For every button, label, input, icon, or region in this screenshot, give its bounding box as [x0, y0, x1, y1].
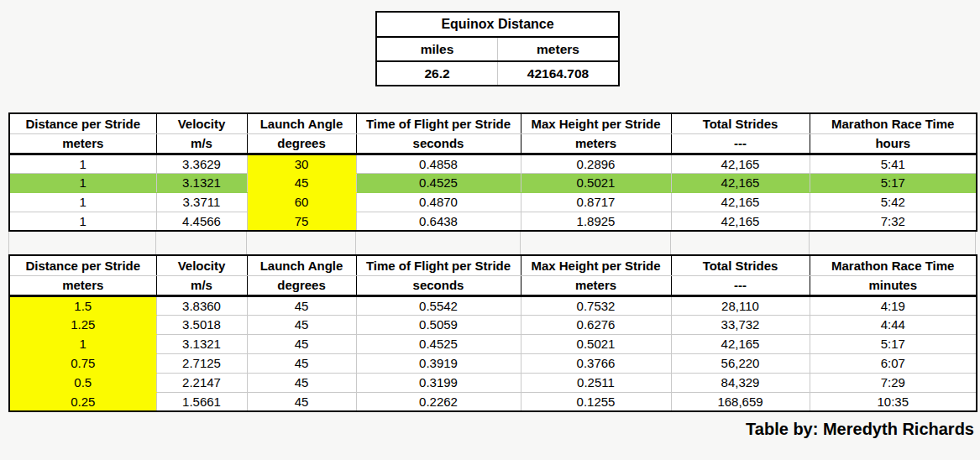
data-cell-highlight-green: 0.5021: [521, 173, 671, 192]
data-cell-highlight-yellow: 0.25: [9, 392, 156, 411]
header-cell: Time of Flight per Stride: [356, 113, 521, 133]
data-cell: 0.7532: [521, 295, 671, 315]
header-cell: Velocity: [156, 113, 247, 133]
header-cell: Velocity: [156, 255, 247, 275]
data-cell: 2.7125: [156, 353, 247, 373]
data-cell-highlight-green: 1: [9, 173, 156, 192]
table-row: 1 3.3629 30 0.4858 0.2896 42,165 5:41: [9, 154, 977, 173]
data-cell: 4:44: [810, 315, 977, 334]
data-cell: 42,165: [671, 212, 810, 231]
unit-cell: ---: [671, 133, 810, 154]
unit-cell: meters: [9, 275, 156, 295]
equinox-value-meters: 42164.708: [498, 61, 620, 86]
data-cell: 1: [9, 212, 156, 231]
header-cell: Time of Flight per Stride: [356, 255, 521, 275]
data-cell: 0.8717: [521, 192, 671, 212]
data-cell: 33,732: [671, 315, 810, 334]
data-cell: 0.2896: [521, 154, 671, 173]
data-cell: 0.2511: [521, 373, 671, 392]
equinox-value-miles: 26.2: [376, 61, 498, 86]
data-cell: 45: [247, 373, 356, 392]
data-cell-highlight-yellow: 1.25: [9, 315, 156, 334]
header-cell: Distance per Stride: [9, 113, 156, 133]
data-cell: 1: [9, 192, 156, 212]
table-row: 1 4.4566 75 0.6438 1.8925 42,165 7:32: [9, 212, 977, 231]
launch-angle-comparison-table: Distance per Stride Velocity Launch Angl…: [8, 112, 977, 232]
table-row: 0.25 1.5661 45 0.2262 0.1255 168,659 10:…: [9, 392, 977, 411]
data-cell: 4.4566: [156, 212, 247, 231]
unit-cell: degrees: [247, 275, 356, 295]
data-cell: 0.3766: [521, 353, 671, 373]
header-cell: Total Strides: [671, 255, 810, 275]
unit-cell: degrees: [247, 133, 356, 154]
equinox-header-miles: miles: [376, 37, 498, 61]
header-cell: Max Height per Stride: [521, 113, 671, 133]
table-row: 1 3.3711 60 0.4870 0.8717 42,165 5:42: [9, 192, 977, 212]
data-cell: 0.5542: [356, 295, 521, 315]
data-cell: 28,110: [671, 295, 810, 315]
header-row: Distance per Stride Velocity Launch Angl…: [9, 255, 977, 275]
data-cell: 10:35: [810, 392, 977, 411]
data-cell: 168,659: [671, 392, 810, 411]
unit-cell: m/s: [156, 133, 247, 154]
data-cell: 6:07: [810, 353, 977, 373]
data-cell-highlight-yellow: 1: [9, 334, 156, 353]
unit-cell: hours: [810, 133, 977, 154]
units-row: meters m/s degrees seconds meters --- mi…: [9, 275, 977, 295]
data-cell: 84,329: [671, 373, 810, 392]
unit-cell: ---: [671, 275, 810, 295]
data-cell: 0.1255: [521, 392, 671, 411]
header-cell: Max Height per Stride: [521, 255, 671, 275]
data-cell-highlight-yellow: 60: [247, 192, 356, 212]
header-cell: Total Strides: [671, 113, 810, 133]
header-cell: Marathon Race Time: [810, 113, 977, 133]
equinox-distance-table: Equinox Distance miles meters 26.2 42164…: [375, 11, 620, 86]
data-cell-highlight-yellow: 75: [247, 212, 356, 231]
data-cell: 45: [247, 353, 356, 373]
data-cell: 3.5018: [156, 315, 247, 334]
data-cell-highlight-yellow: 0.75: [9, 353, 156, 373]
table-row: 0.5 2.2147 45 0.3199 0.2511 84,329 7:29: [9, 373, 977, 392]
data-cell: 5:41: [810, 154, 977, 173]
table-row: 1 3.1321 45 0.4525 0.5021 42,165 5:17: [9, 334, 977, 353]
data-cell-highlight-green: 3.1321: [156, 173, 247, 192]
data-cell-highlight-green: 0.4525: [356, 173, 521, 192]
data-cell: 3.3629: [156, 154, 247, 173]
data-cell: 0.2262: [356, 392, 521, 411]
data-cell: 56,220: [671, 353, 810, 373]
unit-cell: meters: [9, 133, 156, 154]
data-cell: 0.4525: [356, 334, 521, 353]
table-row: 0.75 2.7125 45 0.3919 0.3766 56,220 6:07: [9, 353, 977, 373]
data-cell: 45: [247, 334, 356, 353]
unit-cell: minutes: [810, 275, 977, 295]
data-cell: 0.3199: [356, 373, 521, 392]
data-cell: 1.8925: [521, 212, 671, 231]
data-cell: 42,165: [671, 334, 810, 353]
table-row-highlight-green: 1 3.1321 45 0.4525 0.5021 42,165 5:17: [9, 173, 977, 192]
header-row: Distance per Stride Velocity Launch Angl…: [9, 113, 977, 133]
header-cell: Launch Angle: [247, 255, 356, 275]
spreadsheet-spacer-row: [8, 232, 976, 254]
data-cell: 0.5059: [356, 315, 521, 334]
table-row: miles meters: [376, 37, 619, 61]
data-cell: 0.3919: [356, 353, 521, 373]
unit-cell: m/s: [156, 275, 247, 295]
equinox-title: Equinox Distance: [376, 12, 619, 37]
table-row: 1.25 3.5018 45 0.5059 0.6276 33,732 4:44: [9, 315, 977, 334]
data-cell-highlight-yellow: 0.5: [9, 373, 156, 392]
equinox-header-meters: meters: [498, 37, 620, 61]
data-cell-highlight-yellow: 1.5: [9, 295, 156, 315]
data-cell: 7:29: [810, 373, 977, 392]
unit-cell: meters: [521, 133, 671, 154]
stride-length-comparison-table: Distance per Stride Velocity Launch Angl…: [8, 254, 977, 412]
data-cell: 0.6276: [521, 315, 671, 334]
header-cell: Distance per Stride: [9, 255, 156, 275]
data-cell-highlight-green: 42,165: [671, 173, 810, 192]
data-cell: 42,165: [671, 154, 810, 173]
data-cell: 1.5661: [156, 392, 247, 411]
data-cell: 42,165: [671, 192, 810, 212]
table-credit: Table by: Meredyth Richards: [0, 420, 974, 439]
table-row: 26.2 42164.708: [376, 61, 619, 86]
data-cell: 45: [247, 392, 356, 411]
data-cell: 0.6438: [356, 212, 521, 231]
